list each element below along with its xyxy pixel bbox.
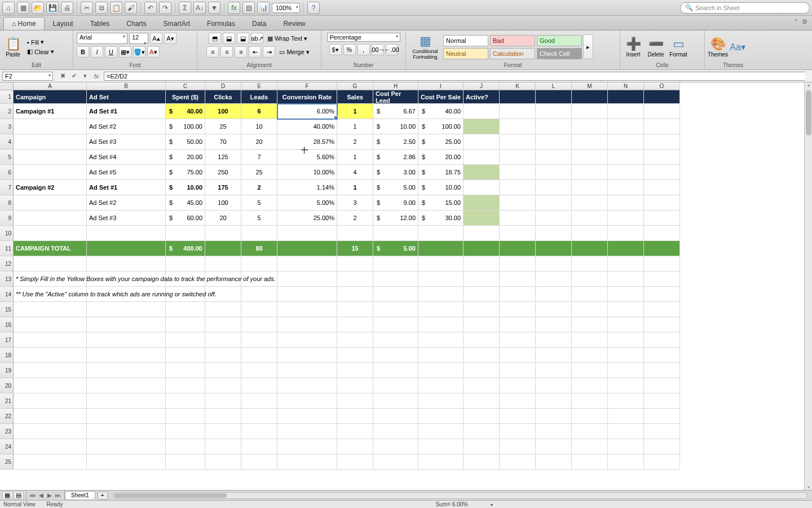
shrink-font-icon[interactable]: A▾	[164, 33, 176, 44]
fx-dropdown-icon[interactable]: ▾	[80, 72, 90, 81]
cell-H5[interactable]: $2.86	[373, 150, 418, 165]
cell-D11[interactable]	[205, 241, 241, 256]
cell-A18[interactable]	[14, 348, 87, 363]
grow-font-icon[interactable]: A▴	[150, 33, 162, 44]
cell-D9[interactable]: 20	[205, 211, 241, 226]
row-head-21[interactable]: 21	[0, 393, 14, 409]
cell-C18[interactable]	[166, 348, 205, 363]
cell-A6[interactable]	[14, 165, 87, 180]
cell-F4[interactable]: 28.57%	[277, 134, 337, 150]
cell-J12[interactable]	[464, 256, 500, 271]
col-head-D[interactable]: D	[205, 82, 241, 90]
cell-E7[interactable]: 2	[241, 180, 277, 195]
cell-N6[interactable]	[608, 165, 644, 180]
font-color-icon[interactable]: A▾	[147, 46, 160, 58]
border-icon[interactable]: ▦▾	[119, 46, 131, 58]
cell-B16[interactable]	[87, 317, 166, 332]
cell-K14[interactable]	[500, 287, 536, 302]
cell-N3[interactable]	[608, 119, 644, 134]
cell-A23[interactable]	[14, 424, 87, 439]
cell-D15[interactable]	[205, 302, 241, 317]
cell-H9[interactable]: $12.00	[373, 211, 418, 226]
cell-C17[interactable]	[166, 332, 205, 348]
cell-M24[interactable]	[572, 439, 608, 454]
cell-O2[interactable]	[644, 104, 680, 119]
cell-K13[interactable]	[500, 271, 536, 287]
cell-B18[interactable]	[87, 348, 166, 363]
cell-J9[interactable]	[464, 211, 500, 226]
paste-button[interactable]: 📋Paste	[2, 33, 24, 61]
page-layout-view-icon[interactable]: ▤	[14, 492, 24, 500]
cell-J4[interactable]	[464, 134, 500, 150]
col-head-C[interactable]: C	[166, 82, 205, 90]
cell-B5[interactable]: Ad Set #4	[87, 150, 166, 165]
cell-D6[interactable]: 250	[205, 165, 241, 180]
fx-label-icon[interactable]: fx	[91, 72, 102, 81]
cell-A19[interactable]	[14, 363, 87, 378]
cell-N17[interactable]	[608, 332, 644, 348]
cancel-formula-icon[interactable]: ✖	[58, 72, 68, 81]
cell-G9[interactable]: 2	[337, 211, 373, 226]
cell-J14[interactable]	[464, 287, 500, 302]
cell-K16[interactable]	[500, 317, 536, 332]
cell-L3[interactable]	[536, 119, 572, 134]
zoom-select[interactable]: 100%	[272, 3, 300, 13]
cell-F22[interactable]	[277, 409, 337, 424]
cell-C16[interactable]	[166, 317, 205, 332]
cell-O5[interactable]	[644, 150, 680, 165]
cell-O15[interactable]	[644, 302, 680, 317]
cell-E8[interactable]: 5	[241, 195, 277, 211]
cell-L15[interactable]	[536, 302, 572, 317]
percent-icon[interactable]: %	[343, 44, 356, 55]
cell-I14[interactable]	[418, 287, 464, 302]
cell-A17[interactable]	[14, 332, 87, 348]
cell-D22[interactable]	[205, 409, 241, 424]
cell-L24[interactable]	[536, 439, 572, 454]
cell-K15[interactable]	[500, 302, 536, 317]
cell-D20[interactable]	[205, 378, 241, 393]
cell-E4[interactable]: 20	[241, 134, 277, 150]
cell-C1[interactable]: Spent ($)	[166, 90, 205, 104]
cell-L14[interactable]	[536, 287, 572, 302]
cell-H16[interactable]	[373, 317, 418, 332]
next-sheet-icon[interactable]: ▶	[46, 492, 54, 498]
cell-D18[interactable]	[205, 348, 241, 363]
cell-A21[interactable]	[14, 393, 87, 409]
cell-A5[interactable]	[14, 150, 87, 165]
cell-E2[interactable]: 6	[241, 104, 277, 119]
cell-D1[interactable]: Clicks	[205, 90, 241, 104]
insert-button[interactable]: ➕Insert	[623, 33, 644, 61]
row-head-23[interactable]: 23	[0, 424, 14, 439]
cell-N5[interactable]	[608, 150, 644, 165]
style-check-cell[interactable]: Check Cell	[537, 48, 582, 59]
cell-J20[interactable]	[464, 378, 500, 393]
show-formulas-icon[interactable]: ▤	[242, 2, 255, 14]
cell-G23[interactable]	[337, 424, 373, 439]
cell-D19[interactable]	[205, 363, 241, 378]
tab-formulas[interactable]: Formulas	[198, 17, 244, 30]
cell-A1[interactable]: Campaign	[14, 90, 87, 104]
cell-H25[interactable]	[373, 454, 418, 470]
cell-G10[interactable]	[337, 226, 373, 241]
cell-A16[interactable]	[14, 317, 87, 332]
cell-F17[interactable]	[277, 332, 337, 348]
cell-N1[interactable]	[608, 90, 644, 104]
cell-F2[interactable]: 6.00%	[277, 104, 337, 119]
cell-I16[interactable]	[418, 317, 464, 332]
cell-M25[interactable]	[572, 454, 608, 470]
cell-K11[interactable]	[500, 241, 536, 256]
cell-G17[interactable]	[337, 332, 373, 348]
cell-I7[interactable]: $10.00	[418, 180, 464, 195]
cell-O25[interactable]	[644, 454, 680, 470]
cell-E19[interactable]	[241, 363, 277, 378]
cell-G15[interactable]	[337, 302, 373, 317]
cell-D17[interactable]	[205, 332, 241, 348]
cell-B24[interactable]	[87, 439, 166, 454]
cell-A13[interactable]: * Simply Fill in the Yellow Boxes with y…	[14, 271, 87, 287]
cell-M17[interactable]	[572, 332, 608, 348]
cell-E16[interactable]	[241, 317, 277, 332]
cell-I23[interactable]	[418, 424, 464, 439]
row-head-22[interactable]: 22	[0, 409, 14, 424]
cell-G13[interactable]	[337, 271, 373, 287]
cell-E21[interactable]	[241, 393, 277, 409]
